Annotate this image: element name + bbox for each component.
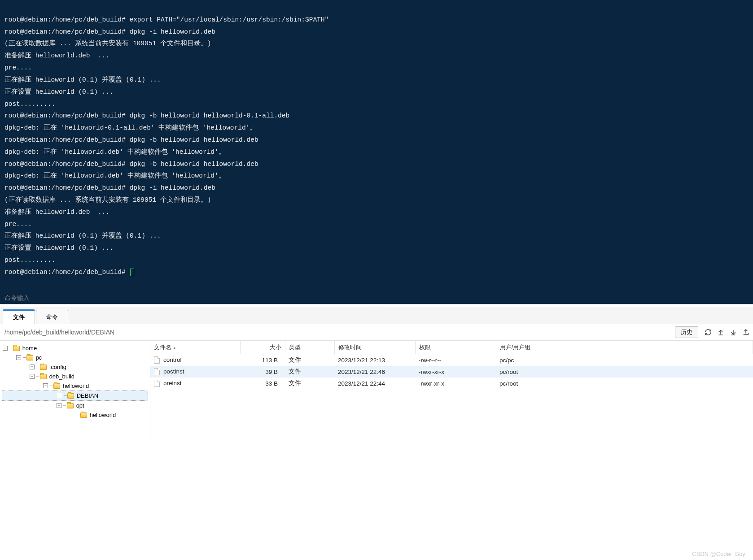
export-icon[interactable]: [742, 329, 749, 336]
terminal-output[interactable]: root@debian:/home/pc/deb_build# export P…: [0, 0, 753, 291]
col-owner[interactable]: 用户/用户组: [496, 341, 753, 354]
tree-label: pc: [36, 354, 42, 361]
folder-icon: [13, 346, 20, 351]
file-list-header[interactable]: 文件名 大小 类型 修改时间 权限 用户/用户组: [150, 341, 753, 354]
folder-icon: [53, 383, 60, 389]
terminal-line: dpkg-deb: 正在 'helloworld.deb' 中构建软件包 'he…: [4, 170, 749, 182]
col-mtime[interactable]: 修改时间: [334, 341, 415, 354]
folder-icon: [40, 365, 47, 370]
table-row[interactable]: control113 B文件2023/12/21 22:13-rw-r--r--…: [150, 354, 753, 366]
tree-node-helloworld[interactable]: −┄helloworld: [2, 381, 148, 391]
col-type[interactable]: 类型: [285, 341, 334, 354]
tree-label: home: [22, 345, 37, 352]
terminal-line: pre....: [4, 218, 749, 230]
file-icon: [154, 368, 160, 375]
upload-icon[interactable]: [717, 329, 724, 336]
col-name[interactable]: 文件名: [150, 341, 240, 354]
refresh-icon[interactable]: [705, 329, 712, 336]
folder-icon: [67, 403, 74, 408]
tree-label: helloworld: [90, 412, 116, 418]
tree-label: opt: [76, 402, 84, 409]
table-row[interactable]: preinst33 B文件2023/12/21 22:44-rwxr-xr-xp…: [150, 378, 753, 389]
folder-icon: [26, 355, 33, 360]
terminal-line: dpkg-deb: 正在 'helloworld.deb' 中构建软件包 'he…: [4, 146, 749, 158]
folder-icon: [67, 393, 74, 399]
tab-files[interactable]: 文件: [3, 309, 35, 324]
download-icon[interactable]: [730, 329, 737, 336]
terminal-line: 准备解压 helloworld.deb ...: [4, 206, 749, 218]
col-size[interactable]: 大小: [240, 341, 285, 354]
terminal-line: 正在设置 helloworld (0.1) ...: [4, 242, 749, 254]
folder-icon: [80, 412, 87, 418]
terminal-line: 正在设置 helloworld (0.1) ...: [4, 86, 749, 98]
terminal-line: root@debian:/home/pc/deb_build# dpkg -b …: [4, 158, 749, 170]
tree-node-config[interactable]: +┄.config: [2, 362, 148, 372]
col-perm[interactable]: 权限: [415, 341, 496, 354]
terminal-line: (正在读取数据库 ... 系统当前共安装有 109051 个文件和目录。): [4, 194, 749, 206]
path-input[interactable]: [4, 327, 672, 338]
folder-icon: [40, 374, 47, 379]
terminal-line: root@debian:/home/pc/deb_build# dpkg -b …: [4, 134, 749, 146]
tree-node-home[interactable]: −┄home: [2, 343, 148, 353]
tree-label: DEBIAN: [77, 392, 98, 399]
tree-node-pc[interactable]: −┄pc: [2, 353, 148, 362]
terminal-line: 准备解压 helloworld.deb ...: [4, 50, 749, 62]
tree-label: deb_build: [49, 373, 74, 380]
terminal-line: (正在读取数据库 ... 系统当前共安装有 109051 个文件和目录。): [4, 38, 749, 50]
terminal-line: post.........: [4, 254, 749, 266]
terminal-line: root@debian:/home/pc/deb_build# export P…: [4, 14, 749, 26]
tab-commands[interactable]: 命令: [36, 310, 68, 324]
terminal-line: pre....: [4, 62, 749, 74]
history-button[interactable]: 历史: [675, 326, 698, 338]
terminal-line: 正在解压 helloworld (0.1) 并覆盖 (0.1) ...: [4, 230, 749, 242]
file-icon: [154, 380, 160, 387]
terminal-line: 正在解压 helloworld (0.1) 并覆盖 (0.1) ...: [4, 74, 749, 86]
file-list[interactable]: 文件名 大小 类型 修改时间 权限 用户/用户组 control113 B文件2…: [150, 341, 753, 439]
folder-tree[interactable]: −┄home −┄pc +┄.config −┄deb_build −┄hell…: [0, 341, 150, 439]
file-icon: [154, 356, 160, 364]
command-input-hint[interactable]: 命令输入: [0, 291, 753, 304]
tree-node-debbuild[interactable]: −┄deb_build: [2, 372, 148, 381]
terminal-line: root@debian:/home/pc/deb_build# dpkg -i …: [4, 182, 749, 194]
terminal-line: root@debian:/home/pc/deb_build#: [4, 266, 749, 278]
terminal-line: root@debian:/home/pc/deb_build# dpkg -b …: [4, 110, 749, 122]
tree-node-opt-helloworld[interactable]: ┄helloworld: [2, 410, 148, 420]
tree-label: .config: [49, 364, 66, 370]
terminal-line: post.........: [4, 98, 749, 110]
file-toolbar: 历史: [0, 324, 753, 341]
terminal-line: root@debian:/home/pc/deb_build# dpkg -i …: [4, 26, 749, 38]
cursor: [130, 269, 134, 276]
table-row[interactable]: postinst39 B文件2023/12/21 22:46-rwxr-xr-x…: [150, 366, 753, 378]
tree-node-debian[interactable]: ┄DEBIAN: [2, 391, 148, 401]
tree-node-opt[interactable]: −┄opt: [2, 401, 148, 410]
terminal-line: dpkg-deb: 正在 'helloworld-0.1-all.deb' 中构…: [4, 122, 749, 134]
tree-label: helloworld: [63, 382, 89, 389]
panel-tabs: 文件 命令: [0, 307, 753, 324]
